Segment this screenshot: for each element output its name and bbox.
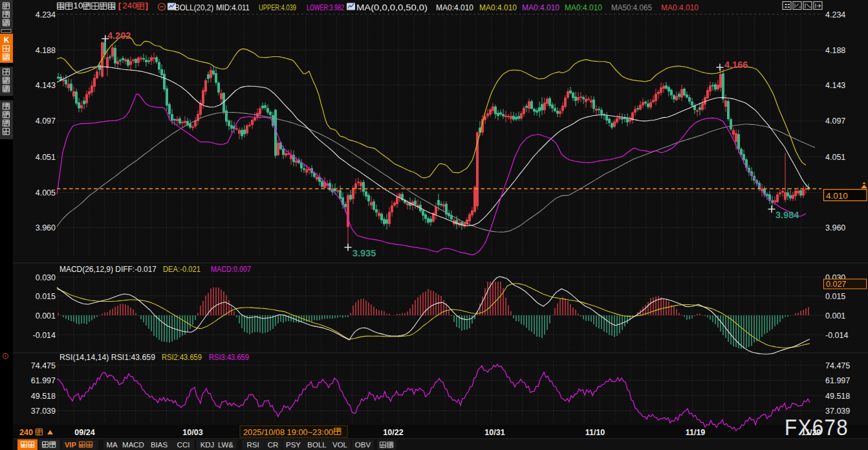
svg-text:CCI: CCI	[177, 441, 190, 449]
svg-text:2025/10/08 19:00~23:00: 2025/10/08 19:00~23:00	[243, 427, 333, 437]
svg-text:MA50:4.065: MA50:4.065	[611, 3, 652, 12]
svg-text:4.202: 4.202	[107, 30, 131, 41]
svg-text:LW&: LW&	[218, 441, 233, 449]
svg-text:MA0:4.010: MA0:4.010	[436, 3, 473, 12]
svg-text:]: ]	[145, 1, 147, 10]
svg-text:4.010: 4.010	[826, 191, 848, 201]
svg-text:0: 0	[78, 1, 83, 10]
svg-text:VOL: VOL	[332, 441, 348, 449]
svg-text:MA0:4.010: MA0:4.010	[661, 3, 699, 12]
svg-text:61.997: 61.997	[31, 376, 56, 385]
svg-text:0.001: 0.001	[825, 311, 845, 321]
svg-text:4.051: 4.051	[36, 153, 56, 162]
svg-text:4.005: 4.005	[36, 188, 56, 197]
svg-text:49.518: 49.518	[825, 392, 850, 401]
svg-text:KDJ: KDJ	[201, 441, 215, 449]
svg-text:74.475: 74.475	[31, 361, 56, 370]
svg-text:4.097: 4.097	[36, 117, 56, 126]
svg-text:4.234: 4.234	[36, 10, 56, 19]
svg-text:4: 4	[127, 1, 132, 10]
svg-text:3.960: 3.960	[825, 223, 845, 232]
svg-text:VIP: VIP	[65, 441, 76, 449]
svg-text:10/03: 10/03	[182, 428, 202, 437]
svg-text:4.166: 4.166	[724, 60, 748, 70]
svg-text:OBV: OBV	[355, 441, 371, 449]
svg-text:0: 0	[132, 1, 136, 10]
svg-text:UPPER:4.039: UPPER:4.039	[259, 3, 296, 12]
svg-text:[: [	[118, 1, 122, 10]
svg-text:10/22: 10/22	[383, 428, 403, 437]
svg-text:2: 2	[122, 1, 127, 10]
svg-text:-0.014: -0.014	[825, 331, 848, 340]
svg-text:RSI(14,14,14) RSI1:43.659: RSI(14,14,14) RSI1:43.659	[60, 353, 155, 362]
svg-text:4.188: 4.188	[36, 46, 56, 55]
svg-text:-0.014: -0.014	[33, 331, 56, 340]
svg-text:RSI3:43.659: RSI3:43.659	[209, 353, 249, 362]
svg-text:CR: CR	[268, 441, 279, 449]
svg-text:MACD(26,12,9) DIFF:-0.017: MACD(26,12,9) DIFF:-0.017	[60, 265, 157, 274]
svg-text:4.051: 4.051	[825, 153, 845, 162]
svg-text:BIAS: BIAS	[151, 441, 168, 449]
svg-text:49.518: 49.518	[31, 392, 56, 401]
svg-text:MACD:0.007: MACD:0.007	[211, 265, 251, 274]
svg-text:4.143: 4.143	[36, 81, 56, 90]
svg-text:MACD: MACD	[122, 441, 144, 449]
svg-text:0.030: 0.030	[36, 273, 56, 282]
svg-text:MA: MA	[106, 441, 118, 449]
svg-text:37.039: 37.039	[31, 407, 56, 416]
svg-text:3.984: 3.984	[776, 210, 799, 220]
svg-text:K: K	[4, 36, 10, 45]
svg-text:4.143: 4.143	[825, 81, 845, 90]
svg-text:MA0:4.010: MA0:4.010	[565, 3, 602, 12]
svg-text:0.015: 0.015	[825, 292, 845, 301]
svg-text:0.015: 0.015	[36, 292, 56, 301]
svg-text:240: 240	[19, 428, 33, 437]
svg-text:RSI: RSI	[246, 441, 259, 449]
svg-text:BOLL: BOLL	[307, 441, 327, 449]
svg-text:4.097: 4.097	[825, 117, 845, 126]
svg-text:PSY: PSY	[286, 441, 301, 449]
svg-text:DEA:-0.021: DEA:-0.021	[163, 265, 201, 274]
svg-text:61.997: 61.997	[825, 376, 850, 385]
svg-text:09/24: 09/24	[74, 428, 94, 437]
svg-text:11/19: 11/19	[686, 428, 706, 437]
svg-text:MA0:4.010: MA0:4.010	[522, 3, 559, 12]
svg-text:3.960: 3.960	[36, 223, 56, 232]
svg-text:4.234: 4.234	[825, 10, 845, 19]
svg-text:0.001: 0.001	[36, 311, 56, 321]
svg-text:10/31: 10/31	[484, 428, 505, 437]
svg-text:BOLL(20,2): BOLL(20,2)	[175, 3, 213, 12]
svg-text:0.027: 0.027	[826, 280, 846, 289]
svg-text:RSI2:43.659: RSI2:43.659	[162, 353, 202, 362]
svg-text:1: 1	[74, 1, 78, 10]
svg-text:MID:4.011: MID:4.011	[216, 3, 250, 12]
svg-text:74.475: 74.475	[825, 361, 850, 370]
svg-text:11/10: 11/10	[585, 428, 605, 437]
svg-text:3.935: 3.935	[353, 248, 376, 258]
svg-text:FX678: FX678	[785, 414, 849, 440]
svg-text:MA(0,0,0,0,50,0): MA(0,0,0,0,50,0)	[356, 3, 428, 12]
svg-text:LOWER:3.982: LOWER:3.982	[307, 3, 344, 12]
svg-text:4.188: 4.188	[825, 46, 845, 55]
svg-text:MA0:4.010: MA0:4.010	[479, 3, 517, 12]
